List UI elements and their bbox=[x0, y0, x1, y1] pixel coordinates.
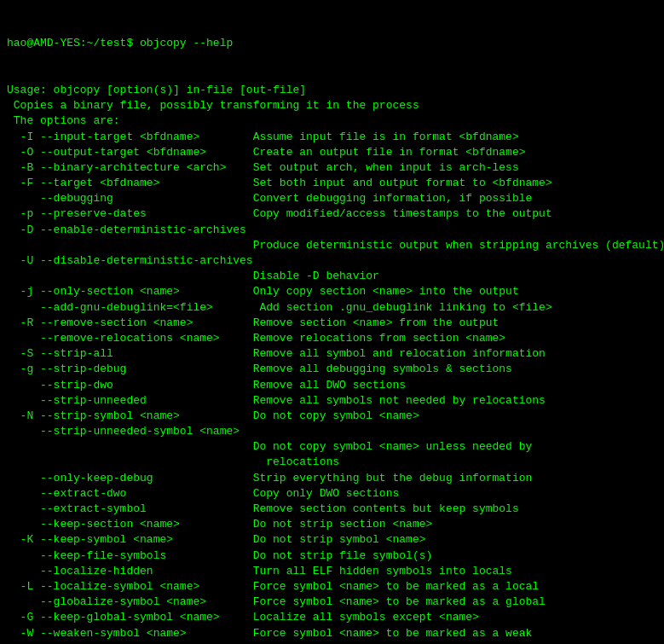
terminal-line: --keep-file-symbols Do not strip file sy… bbox=[7, 548, 657, 564]
terminal-line: -W --weaken-symbol <name> Force symbol <… bbox=[7, 626, 657, 641]
terminal-line: --keep-section <name> Do not strip secti… bbox=[7, 517, 657, 532]
terminal-line: Produce deterministic output when stripp… bbox=[7, 238, 657, 253]
prompt-line: hao@AMD-YES:~/test$ objcopy --help bbox=[7, 36, 657, 51]
terminal-line: -R --remove-section <name> Remove sectio… bbox=[7, 316, 657, 331]
terminal-line: --remove-relocations <name> Remove reloc… bbox=[7, 331, 657, 346]
terminal-line: -B --binary-architecture <arch> Set outp… bbox=[7, 160, 657, 176]
terminal-line: -L --localize-symbol <name> Force symbol… bbox=[7, 579, 657, 595]
terminal-line: -g --strip-debug Remove all debugging sy… bbox=[7, 362, 657, 377]
terminal-line: Do not copy symbol <name> unless needed … bbox=[7, 439, 657, 455]
terminal-line: --only-keep-debug Strip everything but t… bbox=[7, 471, 657, 486]
terminal-window: hao@AMD-YES:~/test$ objcopy --help Usage… bbox=[3, 3, 661, 644]
terminal-line: -j --only-section <name> Only copy secti… bbox=[7, 284, 657, 299]
terminal-line: --strip-dwo Remove all DWO sections bbox=[7, 378, 657, 393]
terminal-line: -O --output-target <bfdname> Create an o… bbox=[7, 145, 657, 160]
terminal-line: -D --enable-deterministic-archives bbox=[7, 223, 657, 238]
terminal-line: -I --input-target <bfdname> Assume input… bbox=[7, 130, 657, 145]
terminal-line: --strip-unneeded Remove all symbols not … bbox=[7, 393, 657, 409]
terminal-line: --globalize-symbol <name> Force symbol <… bbox=[7, 595, 657, 610]
terminal-line: --add-gnu-debuglink=<file> Add section .… bbox=[7, 300, 657, 316]
terminal-line: -G --keep-global-symbol <name> Localize … bbox=[7, 610, 657, 625]
terminal-line: -U --disable-deterministic-archives bbox=[7, 253, 657, 269]
terminal-line: Copies a binary file, possibly transform… bbox=[7, 98, 657, 113]
terminal-line: -K --keep-symbol <name> Do not strip sym… bbox=[7, 532, 657, 548]
terminal-line: --extract-symbol Remove section contents… bbox=[7, 502, 657, 517]
terminal-line: --debugging Convert debugging informatio… bbox=[7, 191, 657, 206]
terminal-line: -p --preserve-dates Copy modified/access… bbox=[7, 206, 657, 222]
terminal-line: --strip-unneeded-symbol <name> bbox=[7, 424, 657, 439]
terminal-line: relocations bbox=[7, 455, 657, 470]
terminal-line: --localize-hidden Turn all ELF hidden sy… bbox=[7, 564, 657, 579]
terminal-line: Usage: objcopy [option(s)] in-file [out-… bbox=[7, 83, 657, 98]
terminal-line: -N --strip-symbol <name> Do not copy sym… bbox=[7, 409, 657, 424]
terminal-content: Usage: objcopy [option(s)] in-file [out-… bbox=[7, 83, 657, 644]
terminal-line: The options are: bbox=[7, 113, 657, 129]
prompt-user: hao@AMD-YES:~/test$ objcopy --help bbox=[7, 37, 233, 49]
terminal-line: -F --target <bfdname> Set both input and… bbox=[7, 176, 657, 191]
terminal-line: Disable -D behavior bbox=[7, 269, 657, 284]
terminal-line: --extract-dwo Copy only DWO sections bbox=[7, 486, 657, 502]
terminal-line: -S --strip-all Remove all symbol and rel… bbox=[7, 346, 657, 362]
